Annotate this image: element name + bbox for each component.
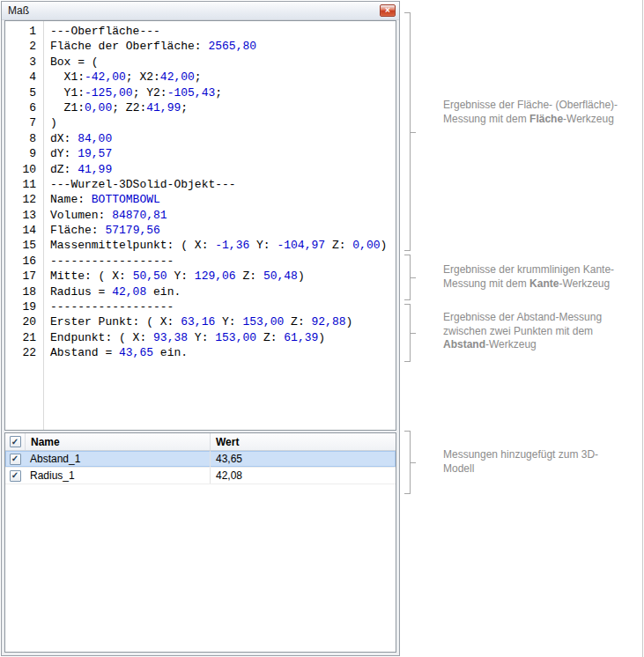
value-text: 19,57 [78,147,112,160]
label-text: Fläche: [50,224,105,237]
callout-bracket-distance [404,304,411,362]
label-text: Box = ( [50,55,99,69]
label-text: ) [50,116,57,129]
table-row[interactable]: ✓Abstand_143,65 [5,451,396,468]
label-text: Z1: [50,101,85,114]
label-text: Z: [284,315,311,328]
output-line: dY: 19,57 [50,146,396,161]
output-line: dZ: 41,99 [50,162,396,177]
output-line: dX: 84,00 [50,131,396,146]
label-text: Y: [167,269,195,283]
mass-window: Maß × 1234567891011121314151617181920212… [1,1,400,656]
label-text: ---Wurzel-3DSolid-Objekt--- [50,178,236,191]
line-number: 20 [5,314,43,329]
line-number: 22 [5,345,43,360]
line-number: 19 [5,299,43,314]
row-name-cell: Abstand_1 [25,451,210,467]
row-checkbox[interactable]: ✓ [10,470,21,482]
row-checkbox-cell: ✓ [5,451,25,467]
annotation-distance: Ergebnisse der Abstand-Messung zwischen … [443,311,628,352]
label-text: ; [195,70,202,84]
output-lines: ---Oberfläche---Fläche der Oberfläche: 2… [44,21,396,430]
output-line: ------------------ [50,299,396,314]
line-number: 1 [5,24,43,39]
line-number: 2 [5,39,43,54]
line-number: 18 [5,284,43,299]
line-number: 4 [5,70,43,85]
value-text: 93,38 [153,331,188,344]
label-text: X1: [50,70,85,84]
label-text: Radius = [50,285,112,299]
screenshot-canvas: Maß × 1234567891011121314151617181920212… [0,0,644,657]
row-checkbox-cell: ✓ [5,468,25,484]
window-title: Maß [8,4,29,17]
column-header-name[interactable]: Name [25,433,210,450]
annotation-bold: Abstand [443,338,485,351]
line-number: 7 [5,115,43,130]
output-line: Y1:-125,00; Y2:-105,43; [50,85,396,100]
value-text: 41,99 [78,163,112,176]
close-button[interactable]: × [380,4,396,17]
titlebar[interactable]: Maß × [2,2,399,20]
value-text: 84,00 [78,132,112,145]
table-row[interactable]: ✓Radius_142,08 [5,468,396,484]
annotation-bold: Fläche [529,113,563,125]
value-text: 43,65 [119,346,153,359]
label-text: Fläche der Oberfläche: [50,40,208,53]
output-line: Mitte: ( X: 50,50 Y: 129,06 Z: 50,48) [50,269,396,284]
output-line: ------------------ [50,254,396,269]
label-text: Y1: [50,86,85,100]
label-text: Name: [50,193,92,206]
column-header-wert[interactable]: Wert [210,433,396,450]
output-line: ---Oberfläche--- [50,24,396,39]
header-checkbox-cell: ✓ [5,433,25,450]
label-text: ; Z2: [112,101,146,114]
label-text: dX: [50,132,78,145]
label-text: ------------------ [50,300,174,314]
table-body: ✓Abstand_143,65✓Radius_142,08 [5,451,396,484]
annotation-text: -Werkzeug [563,113,614,125]
measurement-output[interactable]: 12345678910111213141516171819202122 ---O… [4,20,396,431]
label-text: ------------------ [50,255,174,268]
line-number: 21 [5,330,43,345]
label-text: ein. [146,285,181,299]
value-text: 50,48 [263,269,298,283]
line-number: 15 [5,238,43,253]
line-number: 5 [5,85,43,100]
value-text: 50,50 [133,269,167,283]
value-text: -1,36 [215,239,249,252]
output-line: Endpunkt: ( X: 93,38 Y: 153,00 Z: 61,39) [50,330,396,345]
measurements-table[interactable]: ✓ Name Wert ✓Abstand_143,65✓Radius_142,0… [4,432,396,653]
label-text: Z: [236,269,263,283]
label-text: dZ: [50,163,78,176]
label-text: Y: [249,239,277,252]
label-text: ---Oberfläche--- [50,25,160,38]
value-text: -42,00 [85,70,126,84]
line-number: 8 [5,131,43,146]
line-number: 16 [5,254,43,269]
line-number-gutter: 12345678910111213141516171819202122 [5,21,44,430]
value-text: 0,00 [352,239,380,252]
label-text: Y: [215,315,242,328]
output-line: Name: BOTTOMBOWL [50,192,396,207]
value-text: 61,39 [284,331,318,344]
output-line: Box = ( [50,55,396,70]
header-checkbox[interactable]: ✓ [10,436,21,447]
label-text: ) [381,239,388,252]
label-text: Z: [325,239,352,252]
row-wert-cell: 43,65 [210,451,396,467]
output-line: Volumen: 84870,81 [50,208,396,223]
row-checkbox[interactable]: ✓ [10,454,21,465]
callout-bracket-edge [404,255,411,300]
annotation-bold: Kante [529,277,559,290]
label-text: Massenmittelpunkt: ( X: [50,239,215,252]
page-edge-line [642,0,643,657]
line-number: 17 [5,269,43,284]
value-text: 2565,80 [208,40,256,53]
label-text: ) [318,331,325,344]
callout-bracket-model [404,431,411,494]
label-text: ) [346,315,353,328]
output-line: X1:-42,00; X2:42,00; [50,70,396,85]
value-text: 0,00 [85,101,112,114]
label-text: Mitte: ( X: [50,269,133,283]
